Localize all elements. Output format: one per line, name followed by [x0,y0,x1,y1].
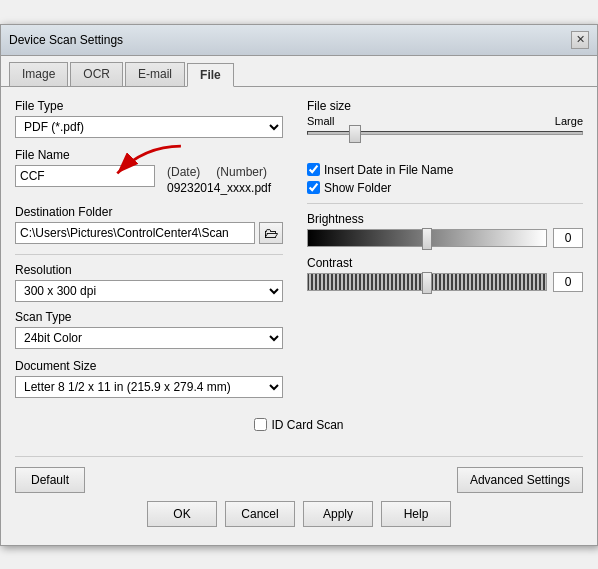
file-size-slider-track[interactable] [307,131,583,135]
contrast-slider-thumb[interactable] [422,272,432,294]
close-button[interactable]: ✕ [571,31,589,49]
default-button[interactable]: Default [15,467,85,493]
insert-date-label: Insert Date in File Name [324,163,453,177]
insert-date-checkbox-label[interactable]: Insert Date in File Name [307,163,583,177]
date-label: (Date) [167,165,200,179]
contrast-value: 0 [553,272,583,292]
insert-date-checkbox[interactable] [307,163,320,176]
scan-type-group: Scan Type 24bit Color [15,310,283,349]
bottom-separator [15,456,583,457]
dialog-title: Device Scan Settings [9,33,123,47]
resolution-label: Resolution [15,263,283,277]
tab-email[interactable]: E-mail [125,62,185,86]
document-size-label: Document Size [15,359,283,373]
filename-example: 09232014_xxxx.pdf [167,181,271,195]
contrast-section: Contrast 0 [307,256,583,292]
file-type-label: File Type [15,99,283,113]
apply-button[interactable]: Apply [303,501,373,527]
tab-image[interactable]: Image [9,62,68,86]
document-size-group: Document Size Letter 8 1/2 x 11 in (215.… [15,359,283,398]
destination-folder-group: Destination Folder 🗁 [15,205,283,244]
file-name-input[interactable] [15,165,155,187]
show-folder-label: Show Folder [324,181,391,195]
show-folder-checkbox[interactable] [307,181,320,194]
folder-icon: 🗁 [264,225,278,241]
file-size-large-label: Large [555,115,583,127]
id-card-section: ID Card Scan [15,408,583,446]
checkboxes-section: Insert Date in File Name Show Folder [307,163,583,195]
brightness-label: Brightness [307,212,364,226]
number-label: (Number) [216,165,267,179]
file-name-label: File Name [15,148,283,162]
resolution-group: Resolution 300 x 300 dpi [15,263,283,302]
date-number-info: (Date) (Number) 09232014_xxxx.pdf [167,165,271,195]
file-type-select[interactable]: PDF (*.pdf) [15,116,283,138]
id-card-scan-text: ID Card Scan [271,418,343,432]
resolution-select[interactable]: 300 x 300 dpi [15,280,283,302]
separator-right [307,203,583,204]
contrast-slider-track[interactable] [307,273,547,291]
help-button[interactable]: Help [381,501,451,527]
brightness-slider-track[interactable] [307,229,547,247]
file-name-group: File Name (Date) (Number) 09232014_xxxx.… [15,148,283,195]
browse-folder-button[interactable]: 🗁 [259,222,283,244]
file-size-label: File size [307,99,351,113]
separator-1 [15,254,283,255]
cancel-button[interactable]: Cancel [225,501,295,527]
file-size-slider-thumb[interactable] [349,125,361,143]
destination-folder-label: Destination Folder [15,205,283,219]
advanced-settings-button[interactable]: Advanced Settings [457,467,583,493]
title-bar: Device Scan Settings ✕ [1,25,597,56]
destination-folder-input[interactable] [15,222,255,244]
tabs-bar: Image OCR E-mail File [1,56,597,87]
ok-button[interactable]: OK [147,501,217,527]
brightness-slider-thumb[interactable] [422,228,432,250]
show-folder-checkbox-label[interactable]: Show Folder [307,181,583,195]
brightness-section: Brightness 0 [307,212,583,248]
button-row-2: OK Cancel Apply Help [15,501,583,533]
contrast-label: Contrast [307,256,352,270]
button-row-1: Default Advanced Settings [15,467,583,493]
id-card-scan-checkbox[interactable] [254,418,267,431]
scan-type-label: Scan Type [15,310,283,324]
id-card-scan-label[interactable]: ID Card Scan [254,418,343,432]
tab-file[interactable]: File [187,63,234,87]
scan-type-select[interactable]: 24bit Color [15,327,283,349]
file-size-small-label: Small [307,115,335,127]
file-type-group: File Type PDF (*.pdf) [15,99,283,138]
tab-ocr[interactable]: OCR [70,62,123,86]
file-size-section: File size Small Large [307,99,583,135]
brightness-value: 0 [553,228,583,248]
document-size-select[interactable]: Letter 8 1/2 x 11 in (215.9 x 279.4 mm) [15,376,283,398]
